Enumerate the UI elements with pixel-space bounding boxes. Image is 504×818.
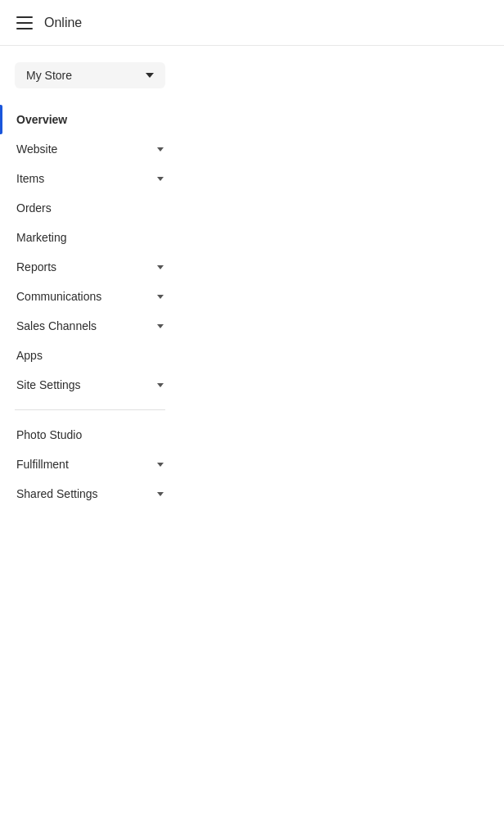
sidebar-item-overview[interactable]: Overview: [0, 105, 180, 134]
sidebar-item-sales-channels[interactable]: Sales Channels: [0, 311, 180, 341]
sidebar: My Store OverviewWebsiteItemsOrdersMarke…: [0, 46, 180, 525]
sidebar-item-label-website: Website: [16, 142, 151, 156]
chevron-down-icon: [157, 177, 164, 181]
sidebar-item-label-overview: Overview: [16, 113, 164, 126]
sidebar-item-shared-settings[interactable]: Shared Settings: [0, 479, 180, 508]
chevron-down-icon: [157, 492, 164, 496]
store-selector[interactable]: My Store: [15, 62, 165, 88]
chevron-down-icon: [157, 295, 164, 299]
chevron-down-icon: [157, 324, 164, 328]
sidebar-item-orders[interactable]: Orders: [0, 193, 180, 223]
sidebar-item-items[interactable]: Items: [0, 164, 180, 193]
top-bar-title: Online: [44, 16, 82, 30]
sidebar-item-label-sales-channels: Sales Channels: [16, 319, 151, 332]
sidebar-item-label-items: Items: [16, 172, 151, 185]
sidebar-item-fulfillment[interactable]: Fulfillment: [0, 450, 180, 479]
sidebar-item-communications[interactable]: Communications: [0, 282, 180, 311]
store-selector-chevron-icon: [146, 73, 154, 78]
sidebar-item-photo-studio[interactable]: Photo Studio: [0, 420, 180, 450]
chevron-down-icon: [157, 463, 164, 467]
sidebar-item-label-shared-settings: Shared Settings: [16, 487, 151, 500]
chevron-down-icon: [157, 265, 164, 269]
chevron-down-icon: [157, 147, 164, 151]
sidebar-item-reports[interactable]: Reports: [0, 252, 180, 282]
sidebar-item-label-reports: Reports: [16, 260, 151, 273]
sidebar-item-marketing[interactable]: Marketing: [0, 223, 180, 252]
hamburger-icon[interactable]: [16, 16, 33, 29]
sidebar-item-label-marketing: Marketing: [16, 231, 164, 244]
sidebar-item-website[interactable]: Website: [0, 134, 180, 164]
nav-divider: [15, 409, 165, 410]
secondary-nav: Photo StudioFulfillmentShared Settings: [0, 420, 180, 508]
sidebar-item-label-photo-studio: Photo Studio: [16, 428, 164, 441]
top-bar: Online: [0, 0, 504, 46]
sidebar-item-label-apps: Apps: [16, 349, 164, 362]
store-selector-label: My Store: [26, 69, 72, 82]
sidebar-item-label-communications: Communications: [16, 290, 151, 303]
sidebar-item-apps[interactable]: Apps: [0, 341, 180, 370]
sidebar-item-label-orders: Orders: [16, 201, 164, 215]
sidebar-item-site-settings[interactable]: Site Settings: [0, 370, 180, 400]
chevron-down-icon: [157, 383, 164, 387]
sidebar-item-label-site-settings: Site Settings: [16, 378, 151, 391]
sidebar-item-label-fulfillment: Fulfillment: [16, 458, 151, 471]
primary-nav: OverviewWebsiteItemsOrdersMarketingRepor…: [0, 105, 180, 400]
